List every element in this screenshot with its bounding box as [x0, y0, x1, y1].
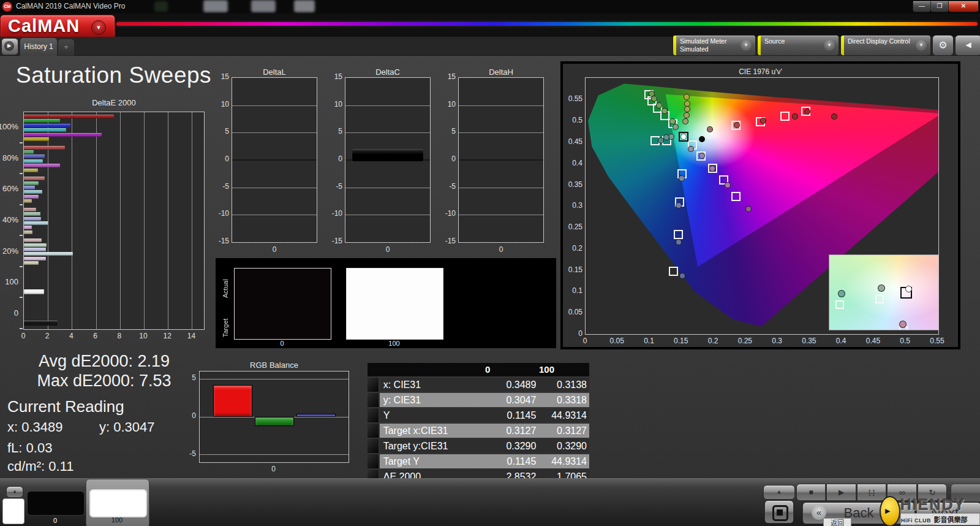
window-title: CalMAN 2019 CalMAN Video Pro	[16, 2, 126, 10]
tick-label: 0.2	[563, 244, 582, 253]
tick-label: 0.1	[563, 286, 582, 295]
deltae-chart-title: DeltaE 2000	[23, 98, 205, 107]
display-control-dropdown[interactable]: Direct Display Control ▼	[840, 35, 931, 56]
logo-menu-arrow-icon[interactable]: ▼	[91, 20, 106, 35]
tick-label: 0.45	[563, 137, 582, 146]
axis-tick	[20, 297, 23, 298]
display-status-strip	[841, 36, 844, 55]
loop-button[interactable]: ∞	[887, 484, 916, 501]
calman-logo-text: CalMAN	[8, 16, 80, 36]
tick-label: 5	[216, 127, 229, 135]
row-value-100: 44.9314	[538, 454, 589, 468]
measured-point	[662, 108, 668, 114]
gridline	[459, 105, 543, 106]
group-label: 20%	[2, 246, 18, 256]
next-button[interactable]: Next »	[916, 502, 980, 524]
patch-strip: Actual Target 0 100	[216, 258, 556, 348]
stop-button[interactable]: ■	[796, 484, 826, 501]
zero-line	[232, 159, 317, 161]
close-icon: ✕	[961, 2, 966, 9]
cie-diagram-panel: CIE 1976 u'v' 00.050.10.150.20.250.30.35…	[560, 61, 960, 349]
current-reading-label: Current Reading	[7, 397, 124, 416]
tick-label: -15	[442, 237, 456, 245]
target-square	[674, 230, 683, 239]
measured-point	[831, 113, 837, 120]
rgb-balance-plot	[199, 371, 349, 463]
gridline	[200, 379, 349, 379]
calman-window: CM CalMAN 2019 CalMAN Video Pro — ❐ ✕ Ca…	[0, 0, 980, 526]
frame-step-button[interactable]: [-]	[857, 484, 886, 501]
add-tab-button[interactable]: +	[58, 39, 75, 56]
target-row-label: Target	[222, 308, 229, 348]
meter-dropdown[interactable]: Simulated Meter Simulated ▼	[673, 35, 756, 56]
minimize-icon: —	[919, 2, 925, 9]
measured-point	[651, 96, 657, 102]
table-header-100: 100	[539, 363, 589, 376]
swatch-item-0[interactable]: 0	[24, 480, 86, 525]
stop-icon: ■	[809, 488, 813, 497]
de-bar	[24, 186, 35, 189]
tick-label: -5	[216, 182, 229, 191]
chevron-down-icon[interactable]: ▼	[916, 40, 927, 51]
chevron-down-icon[interactable]: ▼	[741, 40, 752, 51]
measured-point	[679, 175, 685, 181]
row-value-0: 0.1145	[487, 454, 539, 468]
gridline	[144, 112, 145, 329]
pattern-window-button[interactable]	[2, 498, 24, 524]
tick-label: 0.35	[563, 180, 582, 189]
tick-label: 0.3	[563, 201, 582, 210]
cie-chart-title: CIE 1976 u'v'	[563, 67, 958, 76]
next-button-label: Next	[931, 505, 959, 520]
extra-control-button[interactable]	[951, 484, 980, 502]
de-bar	[24, 199, 32, 203]
back-button[interactable]: « Back	[802, 502, 915, 524]
de-bar	[24, 124, 70, 128]
group-label: 80%	[2, 153, 18, 162]
tab-scroll-button[interactable]: ▶	[1, 38, 18, 55]
close-button[interactable]: ✕	[948, 1, 979, 12]
source-dropdown-label: Source	[764, 37, 785, 45]
swatch-100-label: 100	[86, 516, 148, 524]
measured-point	[676, 239, 682, 245]
swatch-item-100-selected[interactable]: 100	[86, 479, 149, 526]
minimize-button[interactable]: —	[913, 1, 931, 12]
settings-button[interactable]: ⚙	[932, 35, 954, 56]
stop-pattern-button[interactable]	[764, 500, 794, 524]
tick-label: -5	[329, 182, 342, 191]
tab-history-1[interactable]: History 1	[20, 37, 58, 56]
tick-label: -15	[216, 237, 229, 245]
deltal-plot	[232, 77, 317, 243]
tick-label: 15	[329, 72, 342, 81]
de-bar	[24, 154, 45, 158]
measured-point	[707, 126, 713, 132]
reading-x-value: x: 0.3489	[7, 419, 63, 435]
maximize-button[interactable]: ❐	[930, 1, 949, 12]
zero-line	[459, 159, 543, 161]
gridline	[459, 132, 543, 133]
results-table: 0100x: CIE310.34890.3138y: CIE310.30470.…	[368, 363, 589, 484]
tick-label: -10	[329, 209, 342, 218]
gridline	[232, 132, 317, 133]
row-value-100: 0.3318	[538, 393, 589, 407]
source-dropdown[interactable]: Source ▼	[757, 35, 839, 56]
measured-point	[804, 109, 810, 115]
panel-collapse-button[interactable]: ◀	[955, 35, 980, 56]
calman-logo[interactable]: CalMAN ▼	[0, 15, 115, 39]
tick-label: 5	[184, 373, 196, 382]
de-bar	[24, 169, 38, 172]
group-label: 100%	[0, 122, 18, 131]
refresh-button[interactable]: ↻	[918, 484, 947, 501]
panel-up-button[interactable]: ▲	[763, 485, 795, 500]
de-bar	[24, 159, 43, 163]
pattern-list-up-button[interactable]: ▲	[6, 486, 23, 498]
tick-label: 10	[329, 100, 342, 109]
table-row: Target y:CIE310.32900.3290	[368, 439, 589, 453]
inset-target-square	[835, 300, 844, 309]
taskbar-ghost-icon	[203, 0, 228, 12]
chevron-down-icon[interactable]: ▼	[824, 40, 835, 51]
play-button[interactable]: ▶	[826, 484, 856, 501]
row-value-0: 0.3127	[487, 424, 539, 438]
inset-measured-point	[878, 284, 885, 292]
row-value-0: 0.3489	[487, 378, 539, 392]
display-dropdown-label: Direct Display Control	[848, 37, 910, 45]
